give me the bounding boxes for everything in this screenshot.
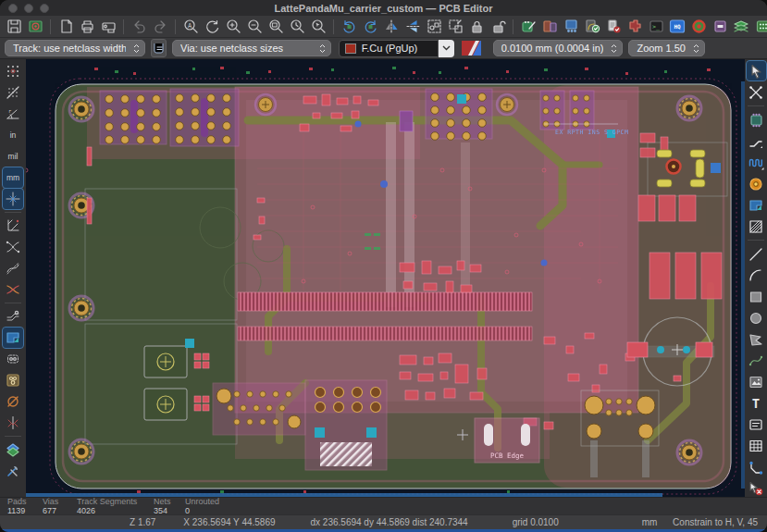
track-width-dropdown[interactable]: Track: use netclass width — [5, 40, 145, 56]
lock-icon[interactable] — [466, 18, 487, 36]
plugin-fabrication-icon[interactable] — [539, 18, 560, 36]
add-zone-icon[interactable] — [747, 195, 766, 215]
zoom-in-icon[interactable] — [223, 18, 243, 36]
layers-manager-icon[interactable] — [3, 439, 23, 460]
full-crosshair-icon[interactable] — [3, 189, 23, 209]
title-bar: LattePandaMu_carrier_custom — PCB Editor — [0, 0, 767, 16]
layer-selector[interactable]: F.Cu (PgUp) — [339, 40, 454, 57]
add-table-icon[interactable] — [747, 436, 766, 455]
grid-value: 0.0100 mm (0.0004 in) — [501, 43, 604, 54]
units-inches-icon[interactable]: in — [3, 125, 23, 145]
track-width-icon[interactable] — [151, 39, 167, 57]
zoom-selection-icon[interactable] — [308, 18, 328, 36]
add-rectangle-icon[interactable] — [747, 287, 766, 306]
layer-dropdown-button[interactable] — [439, 40, 454, 57]
board-setup-icon[interactable] — [25, 18, 45, 36]
grid-dropdown[interactable]: 0.0100 mm (0.0004 in) — [493, 40, 624, 56]
svg-text:>_: >_ — [652, 23, 660, 31]
add-via-icon[interactable] — [747, 174, 766, 193]
local-ratsnest-icon[interactable] — [747, 82, 766, 102]
plugin-target-icon[interactable] — [688, 18, 709, 36]
polar-coordinates-icon[interactable]: r — [3, 104, 23, 124]
grid-overrides-icon[interactable] — [3, 82, 23, 103]
page-settings-icon[interactable] — [56, 18, 76, 36]
plot-icon[interactable] — [98, 18, 118, 36]
select-tool-icon[interactable] — [747, 61, 766, 80]
via-size-value: Via: use netclass sizes — [180, 43, 283, 54]
close-window-button[interactable] — [8, 4, 18, 13]
flip-horizontal-icon[interactable] — [381, 18, 402, 36]
units-mils-icon[interactable]: mil — [3, 146, 23, 167]
units-mm-icon[interactable]: mm — [3, 167, 23, 188]
ungroup-icon[interactable] — [445, 18, 465, 36]
zones-filled-mode-icon[interactable] — [3, 328, 23, 348]
window-title: LattePandaMu_carrier_custom — PCB Editor — [0, 3, 767, 14]
via-size-dropdown[interactable]: Via: use netclass sizes — [172, 40, 331, 56]
plugin-via-stitching-icon[interactable] — [561, 18, 581, 36]
add-text-icon[interactable]: T — [747, 393, 766, 413]
ratsnest-show-icon[interactable] — [3, 237, 23, 257]
delete-tool-icon[interactable] — [747, 478, 766, 498]
non-plated-holes-icon[interactable] — [3, 391, 23, 412]
add-image-icon[interactable] — [747, 372, 766, 391]
add-rule-area-icon[interactable] — [747, 217, 766, 236]
zoom-page-icon[interactable] — [266, 18, 286, 36]
vias-sketch-mode-icon[interactable] — [3, 370, 23, 390]
plugin-drc-icon[interactable] — [603, 18, 624, 36]
plugin-checker-icon[interactable] — [518, 18, 538, 36]
add-arc-icon[interactable] — [747, 266, 766, 285]
zoom-objects-icon[interactable] — [287, 18, 307, 36]
maximize-window-button[interactable] — [40, 4, 49, 13]
print-icon[interactable] — [77, 18, 97, 36]
add-bezier-icon[interactable] — [747, 351, 766, 370]
refresh-icon[interactable] — [202, 18, 222, 36]
stat-label: Unrouted — [185, 498, 241, 506]
zoom-fit-icon[interactable]: A — [180, 18, 201, 36]
tune-length-icon[interactable] — [747, 153, 766, 172]
add-textbox-icon[interactable] — [747, 414, 766, 434]
plugin-terminal-icon[interactable]: >_ — [646, 18, 666, 36]
add-circle-icon[interactable] — [747, 308, 766, 328]
add-dimension-icon[interactable] — [747, 457, 766, 476]
toolbar-separator — [513, 19, 513, 34]
vertical-scrollbar[interactable] — [741, 81, 745, 489]
local-coordinates-icon[interactable] — [3, 216, 23, 236]
unlock-icon[interactable] — [488, 18, 508, 36]
plugin-hqdfm-icon[interactable]: HQ — [667, 18, 687, 36]
pcb-canvas[interactable]: PCB Edge — [26, 59, 745, 497]
rotate-cw-icon[interactable] — [360, 18, 380, 36]
add-line-icon[interactable] — [747, 244, 766, 264]
appearance-manager-icon[interactable] — [460, 39, 482, 57]
ratsnest-hide-icon[interactable] — [3, 279, 23, 300]
zoom-dropdown[interactable]: Zoom 1.50 — [628, 40, 705, 56]
minimize-window-button[interactable] — [24, 4, 33, 13]
grid-visibility-icon[interactable] — [3, 61, 23, 81]
add-polygon-icon[interactable] — [747, 329, 766, 349]
plugin-roundtracks-icon[interactable] — [582, 18, 602, 36]
pcb-drawing: PCB Edge — [26, 59, 745, 497]
clearance-outlines-icon[interactable] — [3, 413, 23, 433]
toolbar-separator — [748, 240, 764, 241]
stat-label: Nets — [154, 498, 178, 506]
plugin-panel-icon[interactable] — [710, 18, 730, 36]
ratsnest-curved-icon[interactable] — [3, 258, 23, 278]
status-delta: dx 236.5694 dy 44.5869 dist 240.7344 — [311, 517, 468, 527]
redo-icon[interactable] — [150, 18, 170, 36]
plugin-puzzle-icon[interactable] — [625, 18, 645, 36]
plugin-layers-icon[interactable] — [731, 18, 751, 36]
group-icon[interactable] — [424, 18, 444, 36]
undo-icon[interactable] — [129, 18, 149, 36]
plugin-array-icon[interactable] — [752, 18, 767, 36]
updown-chevron-icon — [611, 43, 617, 54]
add-footprint-icon[interactable] — [747, 110, 766, 130]
zoom-out-icon[interactable] — [244, 18, 265, 36]
pads-sketch-mode-icon[interactable] — [3, 349, 23, 369]
flip-vertical-icon[interactable] — [402, 18, 423, 36]
db-connector — [213, 383, 305, 435]
layer-name: F.Cu (PgUp) — [362, 43, 418, 54]
properties-panel-icon[interactable] — [3, 461, 23, 481]
tracks-outline-mode-icon[interactable] — [3, 306, 23, 327]
save-icon[interactable] — [4, 18, 24, 36]
rotate-ccw-icon[interactable] — [339, 18, 359, 36]
route-tracks-icon[interactable] — [747, 131, 766, 151]
